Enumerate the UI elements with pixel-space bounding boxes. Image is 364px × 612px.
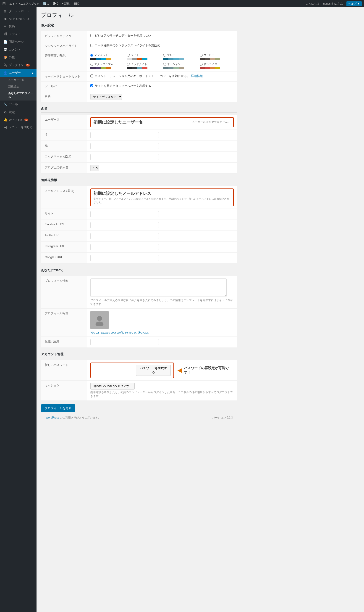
color-scheme-label: 管理画面の配色 <box>41 51 87 71</box>
color-radio-light[interactable] <box>127 54 130 57</box>
svg-point-0 <box>97 316 102 321</box>
syntax-checkbox[interactable] <box>90 44 93 47</box>
language-select[interactable]: サイトデフォルト <box>90 94 122 100</box>
sidebar-item-allinoneseo[interactable]: ◉ All in One SEO <box>0 15 37 22</box>
syntax-checkbox-text: コード編集中のシンタックスハイライトを無効化 <box>95 43 160 48</box>
visual-editor-checkbox[interactable] <box>90 34 93 37</box>
username-box: 初期に設定したユーザー名 ユーザー名は変更できません。 <box>90 117 234 127</box>
color-label-ectoplasm: エクトプラズム <box>94 62 113 66</box>
sidebar-item-pages[interactable]: 📄 固定ページ <box>0 38 37 46</box>
new-link[interactable]: + 新規 <box>62 2 70 6</box>
wordpress-link[interactable]: WordPress <box>46 416 59 419</box>
last-name-row: 姓 <box>41 140 237 151</box>
sidebar-label-comments: コメント <box>9 48 21 52</box>
color-radio-blue[interactable] <box>163 54 166 57</box>
username-row: ユーザー名 初期に設定したユーザー名 ユーザー名は変更できません。 <box>41 115 237 130</box>
submenu-user-list[interactable]: ユーザー一覧 <box>0 77 37 83</box>
color-radio-midnight[interactable] <box>127 63 130 66</box>
admin-bar: ⊞ エイトマニュアルブック 🔄 1 💬 0 + 新規 SEO こんにちは、 na… <box>0 0 364 7</box>
color-label-ocean: オーシャン <box>167 62 181 66</box>
toolbar-checkbox-text: サイトを見るときにツールバーを表示する <box>95 84 151 88</box>
new-password-input[interactable] <box>93 368 133 372</box>
comments-icon: 💬 <box>3 48 7 51</box>
sidebar-item-comments[interactable]: 💬 コメント <box>0 46 37 54</box>
submit-button[interactable]: プロフィールを更新 <box>41 404 75 412</box>
wpulike-icon: 👍 <box>3 118 7 122</box>
instagram-input[interactable] <box>90 244 159 250</box>
color-scheme-blue[interactable]: ブルー <box>163 53 197 60</box>
job-input[interactable] <box>90 339 159 345</box>
visual-editor-checkbox-label[interactable]: ビジュアルリッチエディターを使用しない <box>90 34 234 38</box>
visual-editor-checkbox-text: ビジュアルリッチエディターを使用しない <box>95 34 151 38</box>
sidebar-item-media[interactable]: 🖼 メディア <box>0 30 37 38</box>
seo-link[interactable]: SEO <box>73 2 79 5</box>
sidebar-label-media: メディア <box>9 32 21 36</box>
sidebar-item-collapse[interactable]: ◀ メニューを閉じる <box>0 123 37 131</box>
username-note: ユーザー名は変更できません。 <box>192 120 231 124</box>
sidebar-item-posts[interactable]: ✏ 投稿 <box>0 22 37 30</box>
sidebar-item-wpulike[interactable]: 👍 WP ULike 1 <box>0 116 37 123</box>
update-icon[interactable]: 🔄 1 <box>43 2 49 5</box>
sidebar-label-users: ユーザー <box>9 71 21 75</box>
first-name-label: 名 <box>41 130 87 140</box>
color-radio-sunrise[interactable] <box>200 63 203 66</box>
color-scheme-ocean[interactable]: オーシャン <box>163 62 197 69</box>
site-name[interactable]: エイトマニュアルブック <box>9 2 39 6</box>
logout-button[interactable]: 他のすべての場所でログアウト <box>90 383 135 390</box>
color-scheme-sunrise[interactable]: サンライズ <box>200 62 234 69</box>
syntax-row: シンタックスハイライト コード編集中のシンタックスハイライトを無効化 <box>41 41 237 51</box>
color-radio-coffee[interactable] <box>200 54 203 57</box>
color-radio-ectoplasm[interactable] <box>90 63 93 66</box>
tools-icon: 🔧 <box>3 103 7 106</box>
color-scheme-ectoplasm[interactable]: エクトプラズム <box>90 62 125 69</box>
users-arrow-icon: ▶ <box>32 72 34 74</box>
settings-icon: ⚙ <box>3 110 7 114</box>
sidebar-item-appearance[interactable]: 🎨 外観 <box>0 54 37 61</box>
first-name-input[interactable] <box>90 132 159 138</box>
keyboard-checkbox-label[interactable]: コメントモデレーション用のキーボードショートカットを有効にする。 詳細情報 <box>90 74 234 78</box>
color-radio-default[interactable] <box>90 54 93 57</box>
color-radio-ocean[interactable] <box>163 63 166 66</box>
password-note: パスワードの再設定が可能です！ <box>184 366 234 375</box>
appearance-icon: 🎨 <box>3 55 7 59</box>
syntax-checkbox-label[interactable]: コード編集中のシンタックスハイライトを無効化 <box>90 43 234 48</box>
sidebar-item-tools[interactable]: 🔧 ツール <box>0 100 37 108</box>
nickname-input[interactable] <box>90 154 159 160</box>
facebook-input[interactable] <box>90 222 159 228</box>
display-name-select[interactable]: • <box>90 165 99 171</box>
color-scheme-default[interactable]: デフォルト <box>90 53 125 60</box>
comment-count[interactable]: 💬 0 <box>52 2 58 5</box>
footer-thanks: WordPress のご利用ありがとうございます。 <box>46 416 101 420</box>
googleplus-input[interactable] <box>90 255 159 261</box>
toolbar-checkbox-label[interactable]: サイトを見るときにツールバーを表示する <box>90 84 234 88</box>
sidebar-item-users[interactable]: 👤 ユーザー ▶ <box>0 69 37 77</box>
gravatar-link[interactable]: You can change your profile picture on G… <box>90 331 234 334</box>
last-name-input[interactable] <box>90 143 159 149</box>
toolbar-checkbox[interactable] <box>90 84 93 87</box>
site-input[interactable] <box>90 211 159 217</box>
sidebar-item-plugins[interactable]: 🔌 プラグイン 1 <box>0 61 37 69</box>
sidebar-label-appearance: 外観 <box>9 55 15 59</box>
nickname-row: ニックネーム (必須) <box>41 151 237 163</box>
keyboard-checkbox[interactable] <box>90 74 93 77</box>
site-label: サイト <box>41 209 87 219</box>
posts-icon: ✏ <box>3 25 7 28</box>
submenu-add-new[interactable]: 新規追加 <box>0 83 37 90</box>
visual-editor-label: ビジュアルエディター <box>41 31 87 41</box>
sidebar-item-dashboard[interactable]: ⊞ ダッシュボード <box>0 7 37 15</box>
keyboard-detail-link[interactable]: 詳細情報 <box>191 74 203 78</box>
email-box: 初期に設定したメールアドレス 変更すると、新しいメールアドレスに確認メールが送信… <box>90 189 234 206</box>
color-scheme-light[interactable]: ライト <box>127 53 161 60</box>
color-scheme-coffee[interactable]: コーヒー <box>200 53 234 60</box>
help-button[interactable]: ヘルプ ▼ <box>346 1 362 6</box>
sidebar-item-settings[interactable]: ⚙ 設定 <box>0 108 37 116</box>
section-contact-title: 連絡先情報 <box>41 178 237 184</box>
profile-info-textarea[interactable] <box>90 278 227 297</box>
color-schemes-container: デフォルト <box>90 53 234 69</box>
keyboard-checkbox-text: コメントモデレーション用のキーボードショートカットを有効にする。 <box>95 74 190 78</box>
color-scheme-midnight[interactable]: ミッドナイト <box>127 62 161 69</box>
twitter-input[interactable] <box>90 233 159 239</box>
generate-password-button[interactable]: パスワードを生成する <box>136 365 171 376</box>
submenu-profile[interactable]: あなたのプロフィール <box>0 90 37 100</box>
new-password-box: パスワードを生成する <box>90 363 174 378</box>
